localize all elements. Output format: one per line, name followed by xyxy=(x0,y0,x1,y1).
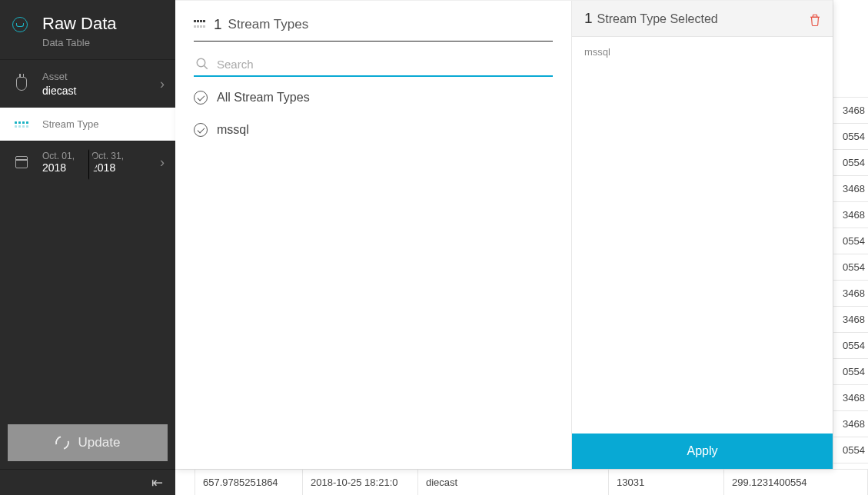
date-separator-icon xyxy=(89,149,98,175)
page-subtitle: Data Table xyxy=(42,37,161,48)
refresh-icon xyxy=(52,434,72,453)
table-cell: 2018-10-25 18:21:0 xyxy=(303,469,418,495)
selected-header: 1 Stream Type Selected xyxy=(572,1,833,37)
stream-types-icon xyxy=(194,20,208,29)
stream-type-label: Stream Type xyxy=(42,118,98,130)
table-cell-fragment: 3468 xyxy=(833,281,868,307)
asset-label: Asset xyxy=(42,71,76,82)
table-cell-fragment: 0554 xyxy=(833,333,868,359)
svg-point-0 xyxy=(197,58,205,67)
table-cell-fragment: 0554 xyxy=(833,437,868,463)
table-cell-fragment: 3468 xyxy=(833,385,868,411)
table-cell-fragment: 3468 xyxy=(833,307,868,333)
stream-type-icon xyxy=(14,117,29,132)
chevron-right-icon: › xyxy=(160,154,165,171)
option-label: mssql xyxy=(217,123,249,137)
page-title: Raw Data xyxy=(42,14,161,34)
stream-type-popover: 1 Stream Types All Stream Types mssql xyxy=(175,0,833,469)
date-from-bottom: 2018 xyxy=(42,161,75,174)
chevron-right-icon: › xyxy=(160,76,165,92)
calendar-icon xyxy=(14,154,29,170)
selected-panel: 1 Stream Type Selected mssql Apply xyxy=(571,1,833,469)
stream-types-count: 1 xyxy=(214,16,222,33)
sidebar-item-date-range[interactable]: Oct. 01, 2018 Oct. 31, 2018 › xyxy=(0,141,175,183)
sidebar: Raw Data Data Table Asset diecast › Stre… xyxy=(0,0,175,495)
table-cell: 299.1231400554 xyxy=(724,469,868,495)
background-table-bottom-row: 657.9785251864 2018-10-25 18:21:0 diecas… xyxy=(175,469,868,495)
option-label: All Stream Types xyxy=(217,91,310,105)
stream-types-label: Stream Types xyxy=(228,17,309,32)
table-cell-fragment: 0554 xyxy=(833,228,868,254)
raw-data-icon xyxy=(12,17,28,32)
selected-label: Stream Type Selected xyxy=(597,12,718,26)
sidebar-footer: Update xyxy=(0,417,175,469)
trash-icon xyxy=(808,12,822,28)
update-button[interactable]: Update xyxy=(8,424,168,461)
popover-header: 1 Stream Types xyxy=(194,16,553,42)
selected-item[interactable]: mssql xyxy=(584,46,820,58)
background-table-right: 3468055405543468346805540554346834680554… xyxy=(833,0,868,469)
table-cell-fragment: 3468 xyxy=(833,202,868,228)
date-from-top: Oct. 01, xyxy=(42,151,75,161)
table-cell-fragment: 3468 xyxy=(833,176,868,202)
table-cell: 13031 xyxy=(609,469,724,495)
plug-icon xyxy=(14,76,29,91)
sidebar-item-stream-type[interactable]: Stream Type xyxy=(0,108,175,141)
update-label: Update xyxy=(78,435,121,450)
check-circle-icon xyxy=(194,123,208,137)
check-circle-icon xyxy=(194,91,208,105)
search-field[interactable] xyxy=(194,52,553,77)
table-cell-fragment: 0554 xyxy=(833,124,868,150)
table-cell-fragment: 0554 xyxy=(833,359,868,385)
asset-value: diecast xyxy=(42,85,76,97)
selected-count: 1 xyxy=(584,10,593,27)
selected-body: mssql xyxy=(572,37,833,434)
clear-selection-button[interactable] xyxy=(808,12,820,25)
table-cell: diecast xyxy=(418,469,609,495)
svg-line-1 xyxy=(204,65,208,69)
apply-button[interactable]: Apply xyxy=(572,434,833,469)
option-all-stream-types[interactable]: All Stream Types xyxy=(194,91,553,105)
table-cell: 657.9785251864 xyxy=(195,469,303,495)
sidebar-header: Raw Data Data Table xyxy=(0,0,175,59)
option-mssql[interactable]: mssql xyxy=(194,123,553,137)
table-cell-fragment: 0554 xyxy=(833,150,868,176)
stream-type-list-panel: 1 Stream Types All Stream Types mssql xyxy=(175,1,571,469)
table-cell-fragment: 0554 xyxy=(833,254,868,281)
sidebar-item-asset[interactable]: Asset diecast › xyxy=(0,59,175,108)
search-icon xyxy=(195,57,209,71)
search-input[interactable] xyxy=(217,58,551,71)
table-cell-fragment: 3468 xyxy=(833,98,868,124)
collapse-icon: ⇤ xyxy=(151,474,163,491)
table-cell-fragment: 3468 xyxy=(833,411,868,437)
sidebar-collapse-button[interactable]: ⇤ xyxy=(0,469,175,495)
